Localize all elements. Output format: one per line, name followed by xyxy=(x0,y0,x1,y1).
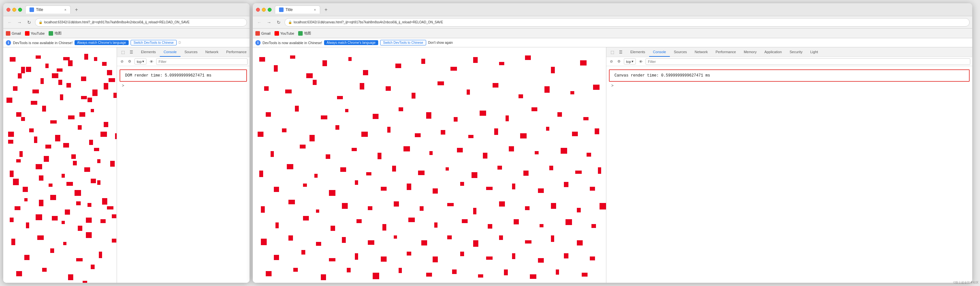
right-console-output-box: Canvas render time: 0.5999999999627471 m… xyxy=(609,69,970,82)
right-inspect-icon[interactable]: ⬚ xyxy=(609,49,616,56)
left-console-prompt-line[interactable]: > xyxy=(119,83,247,89)
red-square xyxy=(18,73,22,78)
red-square xyxy=(21,67,25,73)
left-tab-elements[interactable]: Elements xyxy=(137,47,160,57)
red-square xyxy=(493,83,498,88)
red-square xyxy=(361,132,368,137)
right-tab-memory[interactable]: Memory xyxy=(740,47,760,57)
red-square xyxy=(293,268,298,272)
red-square xyxy=(76,201,81,205)
right-btn-always-match[interactable]: Always match Chrome's language xyxy=(324,40,378,45)
right-tab-elements[interactable]: Elements xyxy=(627,47,649,57)
left-filter-input[interactable] xyxy=(156,58,248,65)
left-tab-network[interactable]: Network xyxy=(202,47,222,57)
right-maximize-button[interactable] xyxy=(268,8,272,12)
right-tab-application[interactable]: Application xyxy=(760,47,786,57)
red-square xyxy=(44,156,49,162)
right-forward-button[interactable]: → xyxy=(265,19,273,26)
right-refresh-button[interactable]: ↻ xyxy=(275,19,283,26)
right-back-button[interactable]: ← xyxy=(255,19,263,26)
red-square xyxy=(546,127,549,131)
left-device-icon[interactable]: ☰ xyxy=(128,49,135,56)
left-tab-console[interactable]: Console xyxy=(160,47,180,57)
left-tab-sources[interactable]: Sources xyxy=(180,47,201,57)
left-minimize-button[interactable] xyxy=(12,8,16,12)
left-filter-icon[interactable]: ⚙ xyxy=(127,59,132,64)
right-tab-security[interactable]: Security xyxy=(786,47,806,57)
left-forward-button[interactable]: → xyxy=(16,19,23,26)
right-top-dropdown[interactable]: top ▾ xyxy=(624,58,636,64)
right-eye-icon[interactable]: 👁 xyxy=(638,59,644,64)
left-back-button[interactable]: ← xyxy=(6,19,14,26)
right-tab-console[interactable]: Console xyxy=(649,47,670,57)
right-devtools-panel: ⬚ ☰ Elements Console Sources Network Per… xyxy=(606,47,972,283)
red-square xyxy=(539,224,544,227)
right-new-tab-button[interactable]: + xyxy=(321,5,331,14)
left-clear-console-icon[interactable]: ⊘ xyxy=(119,59,125,64)
red-square xyxy=(65,209,70,215)
left-title-bar: Title × + xyxy=(3,3,250,16)
right-bookmark-youtube[interactable]: YouTube xyxy=(275,31,294,36)
left-tab-performance[interactable]: Performance xyxy=(222,47,250,57)
left-gmail-label: Gmail xyxy=(12,32,21,35)
left-bookmark-gmail[interactable]: Gmail xyxy=(6,31,21,36)
right-btn-dont-show[interactable]: Don't show again xyxy=(428,41,453,45)
left-url-bar[interactable]: 🔒 localhost:63342/示例/dom.html?_ijt=rqh91… xyxy=(35,18,247,27)
left-btn-always-match[interactable]: Always match Chrome's language xyxy=(75,40,129,45)
right-url-bar[interactable]: 🔒 localhost:63342/示例/canvas.html?_ijt=rq… xyxy=(285,18,970,27)
red-square xyxy=(32,89,39,93)
left-eye-icon[interactable]: 👁 xyxy=(148,59,154,64)
red-square xyxy=(288,235,293,241)
right-device-icon[interactable]: ☰ xyxy=(617,49,624,56)
right-bookmark-maps[interactable]: 地图 xyxy=(298,31,311,36)
right-bookmark-gmail[interactable]: Gmail xyxy=(255,31,270,36)
right-tab-network[interactable]: Network xyxy=(691,47,712,57)
right-btn-switch-chinese[interactable]: Switch DevTools to Chinese xyxy=(380,40,426,45)
right-tab-performance[interactable]: Performance xyxy=(712,47,740,57)
red-square xyxy=(460,182,464,186)
right-minimize-button[interactable] xyxy=(262,8,266,12)
red-square xyxy=(306,73,313,78)
red-square xyxy=(71,154,76,159)
right-filter-input[interactable] xyxy=(646,58,970,65)
red-square xyxy=(509,146,514,152)
left-close-button[interactable] xyxy=(6,8,10,12)
left-inspect-icon[interactable]: ⬚ xyxy=(119,49,126,56)
red-square xyxy=(366,172,371,176)
right-tab-sources[interactable]: Sources xyxy=(670,47,690,57)
right-close-button[interactable] xyxy=(256,8,260,12)
left-refresh-button[interactable]: ↻ xyxy=(25,19,33,26)
left-new-tab-button[interactable]: + xyxy=(72,5,81,14)
right-tab-active[interactable]: Title × xyxy=(275,5,320,14)
red-square xyxy=(99,252,102,258)
left-bookmark-maps[interactable]: 地图 xyxy=(49,31,62,36)
red-square xyxy=(84,167,90,172)
right-clear-console-icon[interactable]: ⊘ xyxy=(608,59,614,64)
red-square xyxy=(57,69,62,72)
left-bookmark-youtube[interactable]: YouTube xyxy=(25,31,45,36)
left-chevron-icon: ▾ xyxy=(142,59,144,64)
red-square xyxy=(110,161,115,167)
right-console-prompt-line[interactable]: > xyxy=(609,83,970,89)
red-square xyxy=(386,86,391,91)
red-square xyxy=(10,217,14,222)
red-square xyxy=(486,187,493,190)
red-square xyxy=(580,60,587,66)
red-square xyxy=(78,125,82,130)
red-square xyxy=(342,237,346,243)
red-square xyxy=(112,214,116,218)
left-console-line-1: DOM render time: 5.099999999627471 ms xyxy=(123,73,244,78)
red-square xyxy=(36,214,42,220)
right-tab-lighthouse[interactable]: Light xyxy=(806,47,822,57)
right-tab-close-icon[interactable]: × xyxy=(314,8,316,12)
red-square xyxy=(266,112,271,117)
red-square xyxy=(445,167,449,171)
red-square xyxy=(471,172,477,178)
left-tab-active[interactable]: Title × xyxy=(25,5,71,14)
right-filter-icon[interactable]: ⚙ xyxy=(616,59,622,64)
left-btn-switch-chinese[interactable]: Switch DevTools to Chinese xyxy=(130,40,177,45)
left-tab-close-icon[interactable]: × xyxy=(65,8,67,12)
left-top-dropdown[interactable]: top ▾ xyxy=(135,58,146,64)
right-split-view: ⬚ ☰ Elements Console Sources Network Per… xyxy=(253,47,972,283)
left-maximize-button[interactable] xyxy=(18,8,22,12)
